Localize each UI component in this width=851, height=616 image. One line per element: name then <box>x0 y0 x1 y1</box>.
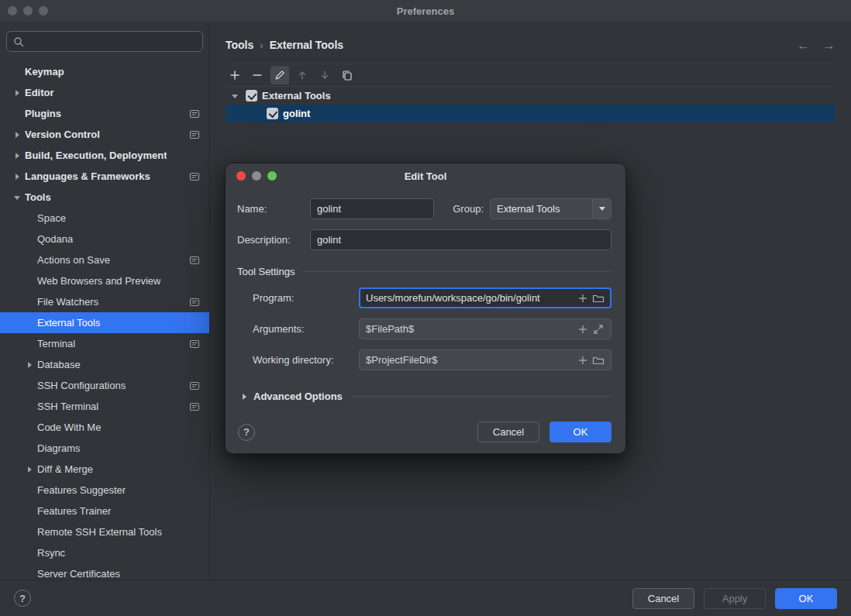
add-button[interactable] <box>226 66 244 84</box>
chevron-down-icon[interactable] <box>592 199 611 219</box>
chevron-spacer <box>23 275 36 287</box>
edit-tool-titlebar: Edit Tool <box>226 163 625 188</box>
sidebar-item-label: Database <box>37 359 81 370</box>
working-directory-field[interactable]: $ProjectFileDir$ <box>359 349 612 370</box>
preferences-window: Preferences KeymapEditorPluginsVersion C… <box>0 0 851 616</box>
dialog-help-button[interactable]: ? <box>238 424 255 441</box>
sidebar-item-server-certificates[interactable]: Server Certificates <box>0 563 209 580</box>
sidebar-item-features-trainer[interactable]: Features Trainer <box>0 501 209 521</box>
tree-root-label: External Tools <box>262 90 331 102</box>
browse-folder-icon[interactable] <box>591 291 606 306</box>
sidebar-item-diagrams[interactable]: Diagrams <box>0 438 209 459</box>
tool-settings-section: Tool Settings <box>226 266 625 277</box>
sidebar-item-label: Features Trainer <box>37 505 111 517</box>
chevron-down-icon[interactable] <box>229 90 241 102</box>
sidebar-item-label: Languages & Frameworks <box>25 170 150 182</box>
chevron-spacer <box>23 317 36 329</box>
chevron-right-icon[interactable] <box>11 87 23 99</box>
sidebar-item-label: Remote SSH External Tools <box>37 526 162 538</box>
cancel-button[interactable]: Cancel <box>632 588 694 609</box>
back-arrow-icon[interactable]: ← <box>797 39 810 52</box>
tree-child-label: golint <box>283 108 310 119</box>
insert-macro-icon[interactable] <box>575 291 591 306</box>
sidebar-item-label: Build, Execution, Deployment <box>25 150 167 161</box>
ok-button[interactable]: OK <box>775 588 837 609</box>
advanced-options-toggle[interactable]: Advanced Options <box>226 391 625 402</box>
breadcrumb-parent[interactable]: Tools <box>226 39 253 51</box>
browse-folder-icon[interactable] <box>591 353 606 368</box>
sidebar-item-rsync[interactable]: Rsync <box>0 542 209 563</box>
sidebar-item-label: Version Control <box>25 129 100 140</box>
name-label: Name: <box>237 203 310 215</box>
sidebar-item-build-execution-deployment[interactable]: Build, Execution, Deployment <box>0 145 209 166</box>
program-field[interactable]: Users/morefun/workspace/go/bin/golint <box>359 287 612 308</box>
insert-macro-icon[interactable] <box>575 353 591 368</box>
chevron-spacer <box>23 338 36 350</box>
chevron-right-icon[interactable] <box>23 359 36 371</box>
move-down-button[interactable] <box>315 66 334 84</box>
edit-button[interactable] <box>270 66 289 84</box>
sidebar-item-label: Web Browsers and Preview <box>37 275 160 287</box>
duplicate-button[interactable] <box>338 66 357 84</box>
sidebar-item-features-suggester[interactable]: Features Suggester <box>0 480 209 501</box>
sidebar-item-ssh-configurations[interactable]: SSH Configurations <box>0 375 209 396</box>
sidebar-item-languages-frameworks[interactable]: Languages & Frameworks <box>0 166 209 187</box>
tree-row-external-tools[interactable]: External Tools <box>226 87 835 105</box>
expand-field-icon[interactable] <box>591 322 606 337</box>
sidebar-item-version-control[interactable]: Version Control <box>0 124 209 145</box>
external-tools-checkbox[interactable] <box>246 90 257 102</box>
sidebar-item-ssh-terminal[interactable]: SSH Terminal <box>0 396 209 417</box>
sidebar-item-label: Rsync <box>37 547 65 559</box>
insert-macro-icon[interactable] <box>575 322 591 337</box>
sidebar-item-label: Terminal <box>37 338 75 349</box>
golint-checkbox[interactable] <box>267 108 278 119</box>
sidebar-item-file-watchers[interactable]: File Watchers <box>0 291 209 312</box>
sidebar-item-editor[interactable]: Editor <box>0 82 209 103</box>
sidebar-item-web-browsers-and-preview[interactable]: Web Browsers and Preview <box>0 270 209 291</box>
help-button[interactable]: ? <box>14 590 31 607</box>
sidebar-item-label: Features Suggester <box>37 484 126 496</box>
sidebar-item-code-with-me[interactable]: Code With Me <box>0 417 209 438</box>
move-up-button[interactable] <box>293 66 312 84</box>
sidebar-item-qodana[interactable]: Qodana <box>0 229 209 249</box>
chevron-down-icon[interactable] <box>11 191 23 204</box>
advanced-options-label: Advanced Options <box>253 391 343 402</box>
chevron-right-icon[interactable] <box>11 129 23 141</box>
chevron-right-icon[interactable] <box>23 463 36 476</box>
dialog-footer-bar: ? Cancel Apply OK <box>0 580 851 616</box>
chevron-right-icon[interactable] <box>11 150 23 162</box>
apply-button[interactable]: Apply <box>704 588 766 609</box>
settings-scope-icon <box>189 108 200 119</box>
sidebar-item-diff-merge[interactable]: Diff & Merge <box>0 459 209 480</box>
description-field[interactable] <box>310 229 612 250</box>
chevron-spacer <box>23 296 36 308</box>
settings-search[interactable] <box>6 31 203 52</box>
sidebar-item-plugins[interactable]: Plugins <box>0 103 209 124</box>
sidebar-item-keymap[interactable]: Keymap <box>0 61 209 82</box>
group-dropdown[interactable]: External Tools <box>490 198 612 219</box>
section-divider <box>302 271 612 272</box>
sidebar-item-tools[interactable]: Tools <box>0 187 209 208</box>
chevron-spacer <box>23 442 36 455</box>
settings-scope-icon <box>189 297 200 308</box>
forward-arrow-icon[interactable]: → <box>822 39 835 52</box>
dialog-ok-button[interactable]: OK <box>550 422 612 442</box>
remove-button[interactable] <box>248 66 267 84</box>
chevron-right-icon[interactable] <box>11 170 23 183</box>
name-field[interactable] <box>310 198 434 219</box>
sidebar-item-label: Qodana <box>37 233 73 245</box>
sidebar-item-external-tools[interactable]: External Tools <box>0 312 209 333</box>
section-divider <box>350 396 612 397</box>
sidebar-item-space[interactable]: Space <box>0 208 209 229</box>
sidebar-item-remote-ssh-external-tools[interactable]: Remote SSH External Tools <box>0 521 209 542</box>
sidebar-item-actions-on-save[interactable]: Actions on Save <box>0 249 209 270</box>
dialog-cancel-button[interactable]: Cancel <box>477 422 539 442</box>
tree-row-golint[interactable]: golint <box>226 105 835 122</box>
arguments-field[interactable]: $FilePath$ <box>359 318 612 339</box>
chevron-spacer <box>23 526 36 539</box>
chevron-spacer <box>11 108 23 120</box>
working-directory-label: Working directory: <box>253 354 359 366</box>
sidebar-item-database[interactable]: Database <box>0 354 209 375</box>
sidebar-item-terminal[interactable]: Terminal <box>0 333 209 354</box>
search-input[interactable] <box>29 36 196 47</box>
